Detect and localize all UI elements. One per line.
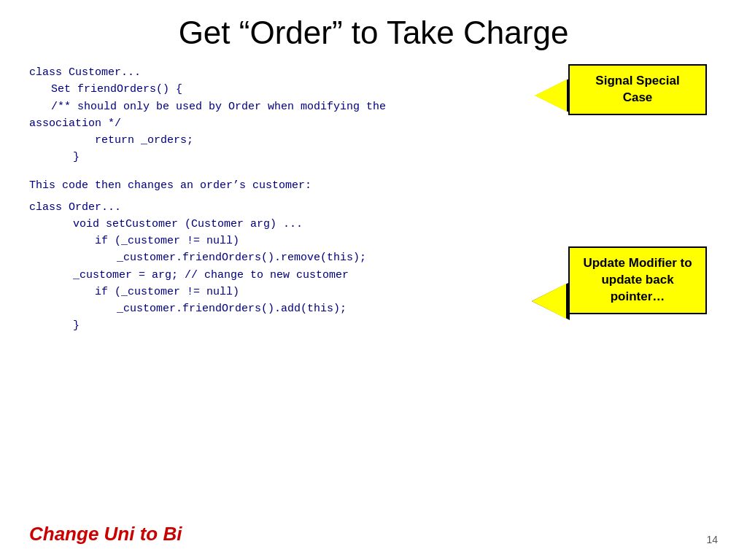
page-number: 14 xyxy=(706,534,718,545)
code2-line-2: void setCustomer (Customer arg) ... xyxy=(73,216,718,233)
code-line-6: } xyxy=(73,149,718,166)
slide-container: Get “Order” to Take Charge class Custome… xyxy=(0,0,747,560)
code-line-4: association */ xyxy=(29,115,718,132)
signal-arrow-fill xyxy=(535,79,567,112)
slide-title: Get “Order” to Take Charge xyxy=(29,15,718,51)
code-line-5: return _orders; xyxy=(95,132,718,149)
footer-label: Change Uni to Bi xyxy=(29,523,182,545)
callout-signal: Signal Special Case xyxy=(568,64,707,115)
callout-update: Update Modifier to update back pointer… xyxy=(568,246,707,314)
update-arrow-fill xyxy=(532,284,566,319)
code2-line-8: } xyxy=(73,317,718,334)
prose-text: This code then changes an order’s custom… xyxy=(29,179,718,192)
code2-line-1: class Order... xyxy=(29,199,718,216)
